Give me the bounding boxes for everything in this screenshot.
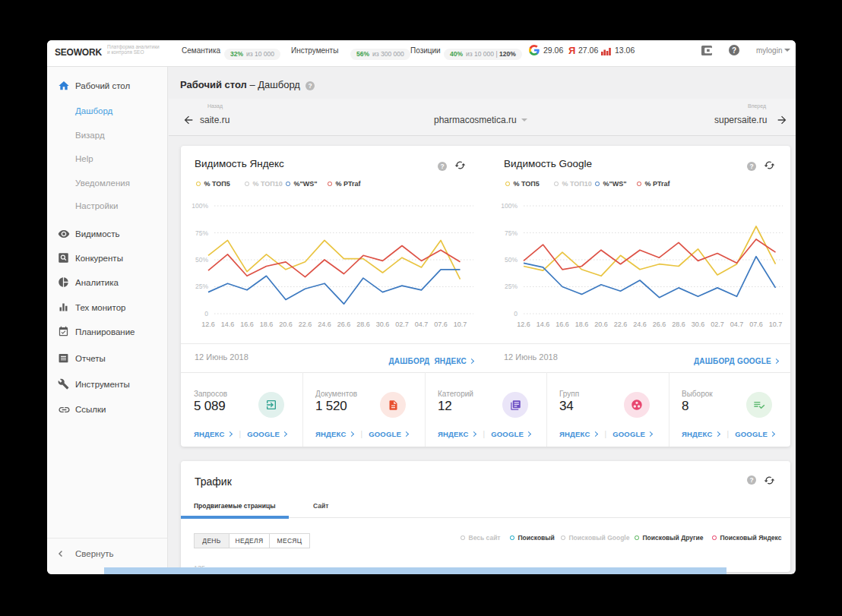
svg-text:20.6: 20.6 xyxy=(279,321,293,328)
svg-text:75%: 75% xyxy=(195,229,208,237)
svg-text:14.6: 14.6 xyxy=(221,321,235,328)
svg-text:18.6: 18.6 xyxy=(575,321,589,328)
svg-text:10.7: 10.7 xyxy=(454,321,467,328)
svg-text:16.6: 16.6 xyxy=(240,321,254,328)
svg-text:26.6: 26.6 xyxy=(653,321,666,328)
svg-text:04.7: 04.7 xyxy=(415,321,429,328)
svg-text:30.6: 30.6 xyxy=(692,321,705,328)
svg-text:16.6: 16.6 xyxy=(556,321,569,328)
svg-text:02.7: 02.7 xyxy=(711,321,724,328)
svg-text:75%: 75% xyxy=(505,229,518,237)
svg-text:25%: 25% xyxy=(195,283,208,290)
svg-text:100%: 100% xyxy=(501,202,518,210)
svg-text:0: 0 xyxy=(514,310,518,317)
svg-text:28.6: 28.6 xyxy=(672,321,685,328)
svg-text:22.6: 22.6 xyxy=(614,321,628,328)
svg-text:14.6: 14.6 xyxy=(537,321,550,328)
svg-text:10.7: 10.7 xyxy=(769,321,783,328)
svg-text:30.6: 30.6 xyxy=(376,321,390,328)
svg-text:0: 0 xyxy=(204,310,208,317)
svg-text:12.6: 12.6 xyxy=(201,321,215,328)
svg-text:50%: 50% xyxy=(195,256,208,264)
svg-text:22.6: 22.6 xyxy=(299,321,312,328)
svg-text:25%: 25% xyxy=(505,283,518,290)
svg-text:24.6: 24.6 xyxy=(633,321,647,328)
svg-text:100%: 100% xyxy=(192,202,208,210)
svg-text:18.6: 18.6 xyxy=(260,321,274,328)
svg-text:26.6: 26.6 xyxy=(337,321,351,328)
svg-text:12.6: 12.6 xyxy=(517,321,530,328)
svg-text:28.6: 28.6 xyxy=(356,321,370,328)
svg-text:04.7: 04.7 xyxy=(730,321,744,328)
svg-text:07.6: 07.6 xyxy=(749,321,763,328)
svg-text:20.6: 20.6 xyxy=(594,321,608,328)
svg-text:50%: 50% xyxy=(505,256,518,264)
svg-text:24.6: 24.6 xyxy=(318,321,331,328)
svg-text:07.6: 07.6 xyxy=(434,321,448,328)
svg-text:02.7: 02.7 xyxy=(395,321,409,328)
